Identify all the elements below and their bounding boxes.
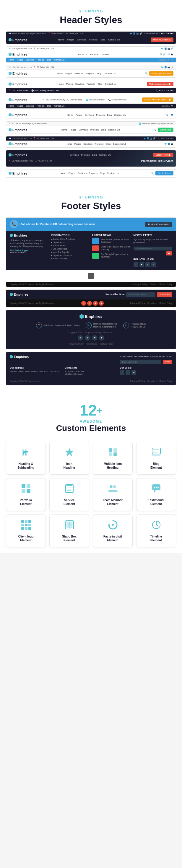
- logo-shield-icon: [10, 293, 13, 296]
- hd8-navbar: Emphires Home Pages Services Projects Bl…: [6, 141, 176, 147]
- footer-demos-container: 📞 Call adviser for Emphires HR outsourci…: [0, 217, 182, 394]
- hd9-nav-links: Services Projects Blog Contact Us: [70, 154, 111, 156]
- youtube-icon[interactable]: ▶: [99, 335, 104, 341]
- email-icon: ✉: [86, 322, 92, 329]
- fd3-body: Emphires 📍 353 Donato Parkway CA, United…: [6, 310, 176, 349]
- fd4-email-input[interactable]: [120, 360, 161, 364]
- logo-shield-icon: [8, 142, 11, 146]
- hd10-cta-btn[interactable]: Get In Touch: [155, 171, 174, 176]
- instagram-icon[interactable]: ★: [92, 335, 97, 341]
- scroll-top-btn[interactable]: ↑: [88, 273, 94, 279]
- multiple-icon-heading-label: Multiple IconHeading: [95, 462, 130, 470]
- element-card-timeline: TimelineElement: [136, 515, 176, 547]
- facebook-icon[interactable]: f: [81, 301, 86, 306]
- logo-shield-icon: [10, 234, 13, 237]
- svg-rect-32: [28, 520, 31, 523]
- fd1-col4: NEWSLETTER Sign up today for tips, fast …: [133, 234, 173, 267]
- svg-rect-6: [114, 448, 117, 452]
- icon-heading-icon: [52, 447, 87, 460]
- hd1-navbar: Emphires Home Pages Services Projects Bl…: [6, 36, 176, 44]
- facebook-icon[interactable]: f: [120, 370, 124, 375]
- element-card-team: Team MemberElement: [93, 478, 133, 511]
- hd9-hero-section: Emphires Services Projects Blog Contact …: [6, 150, 176, 166]
- header-demo-5: Emphires 📍 350 Donato Parkway CA, United…: [6, 96, 176, 109]
- youtube-icon[interactable]: ▶: [140, 262, 144, 267]
- hd7-cta-btn[interactable]: Contac Us: [158, 128, 174, 132]
- hd8-nav-links: Home Pages Services Projects Blog Elemen…: [66, 143, 126, 145]
- logo-shield-icon: [8, 172, 11, 175]
- hd4-nav-links: Home Pages Services Projects Blog Contac…: [58, 83, 116, 85]
- instagram-icon[interactable]: ★: [131, 370, 136, 375]
- hd1-social: 🐦 📘 📷 🔗 More Questions? +123 456 789: [130, 32, 174, 35]
- header-demo-3: 📧 office@emphires.com 📍 32 Tallow, NY US…: [6, 65, 176, 78]
- fd2-subscribe-btn[interactable]: Subscribe: [157, 292, 172, 297]
- fd2-bottom: Copyright © 2021 Emphires. All Rights Re…: [6, 300, 176, 307]
- hd7-navbar: Emphires Home Pages Services Projects Bl…: [6, 126, 176, 133]
- fd1-bottom: Copyright © 2021 Emphires. All Rights Re…: [6, 282, 176, 287]
- hd1-topbar: 📧 Email Address: office@emphires.com 📍 O…: [6, 32, 176, 36]
- testimonial-icon: [139, 483, 174, 496]
- fd1-cta-btn[interactable]: Book a Consultation: [145, 222, 172, 227]
- header-section-title: Header Styles: [6, 14, 176, 25]
- element-card-icon-heading: IconHeading: [49, 442, 89, 475]
- hd3-navbar: Emphires Home Pages Services Projects Bl…: [6, 70, 176, 78]
- logo-shield-icon: [8, 153, 11, 157]
- hd3-nav-links: Home Pages Services Projects Blog Contac…: [57, 72, 116, 75]
- svg-rect-37: [25, 527, 28, 530]
- newsletter-submit-btn[interactable]: ▶: [166, 251, 172, 255]
- hd2-navbar: Emphires About Us FAQ Us Careers 🔍 🛒 🔗 📷: [6, 51, 176, 58]
- hd2-topbar: 📧 office@emphires.com 📍 32 Tallow, NY US…: [6, 46, 176, 51]
- fd2-logo: Emphires: [10, 293, 28, 296]
- hd5-logo: Emphires: [8, 98, 27, 102]
- elements-grid: H Heading &Subheading IconHeading Multip…: [0, 436, 182, 553]
- elements-plus: +: [97, 405, 102, 415]
- testimonial-label: TestimonialElement: [139, 498, 174, 506]
- logo-shield-icon: [8, 83, 11, 86]
- footer-demo-4: Emphires Subscribe to our newsletter! St…: [6, 352, 176, 385]
- twitter-icon[interactable]: t: [85, 335, 90, 341]
- svg-rect-36: [21, 527, 24, 530]
- svg-rect-5: [109, 448, 112, 452]
- logo-shield-icon: [8, 53, 11, 56]
- fd2-body: Emphires Subscribe Now Subscribe: [6, 290, 176, 300]
- facebook-icon[interactable]: f: [133, 262, 138, 267]
- youtube-icon[interactable]: ▶: [99, 301, 104, 306]
- hd1-nav-links: Home Pages Services Projects Blog Contac…: [58, 38, 120, 41]
- header-demo-9: Emphires Services Projects Blog Contact …: [6, 150, 176, 167]
- linkedin-icon[interactable]: in: [151, 262, 156, 267]
- svg-point-48: [156, 521, 157, 522]
- element-card-blog: BlogElement: [136, 442, 176, 475]
- hd3-cta-btn[interactable]: Make Appointment: [149, 71, 174, 75]
- elements-section-title: Custom Elements: [6, 424, 176, 433]
- header-section: STUNNING Header Styles: [0, 0, 182, 31]
- hd9-cta-btn[interactable]: Latest News ▶: [153, 153, 174, 157]
- element-card-client-logo: Client logoElement: [6, 515, 46, 547]
- facebook-icon[interactable]: f: [78, 335, 83, 341]
- fd4-col2: Contact Us +000 874 - 308 - 301 info@emp…: [65, 367, 117, 376]
- heading-icon: H: [8, 447, 43, 460]
- hd4-cta-btn[interactable]: Make Appointment ▶: [147, 82, 174, 86]
- fd3-logo: Emphires: [80, 314, 102, 319]
- svg-rect-7: [109, 453, 112, 456]
- hd6-navbar: Emphires Home Pages Services Projects Bl…: [6, 111, 176, 119]
- hd4-sub: 📍 CA, United States 🕐 Mon - Friday 08:00…: [6, 88, 176, 93]
- hd9-logo: Emphires: [8, 153, 27, 157]
- hd7-topbar: 📍 80 Donato Parkway CA, United States 🌐 …: [6, 122, 176, 126]
- element-card-facts: Facts-in-digitElement: [93, 515, 133, 547]
- svg-point-24: [113, 485, 116, 488]
- newsletter-email-input[interactable]: [133, 247, 173, 250]
- fd4-subscribe-btn[interactable]: Send: [163, 360, 172, 364]
- svg-point-27: [154, 487, 155, 488]
- svg-rect-14: [22, 484, 25, 488]
- hd2-top-links: About Us FAQ Us Careers: [78, 53, 109, 56]
- twitter-icon[interactable]: t: [145, 262, 150, 267]
- fd2-email-input[interactable]: [126, 292, 155, 297]
- logo-shield-icon: [8, 72, 11, 75]
- hd8-topbar: 📧 office@emphires.com 📍 32 Tallow, NY US…: [6, 136, 176, 141]
- twitter-icon[interactable]: t: [126, 370, 130, 375]
- twitter-icon[interactable]: t: [87, 301, 92, 306]
- hd1-cta-btn[interactable]: More Questions?: [151, 37, 174, 42]
- hd5-cta-btn[interactable]: MAKE APPOINTMENT ▶: [142, 97, 174, 102]
- instagram-icon[interactable]: ★: [93, 301, 98, 306]
- team-label: Team MemberElement: [95, 498, 130, 506]
